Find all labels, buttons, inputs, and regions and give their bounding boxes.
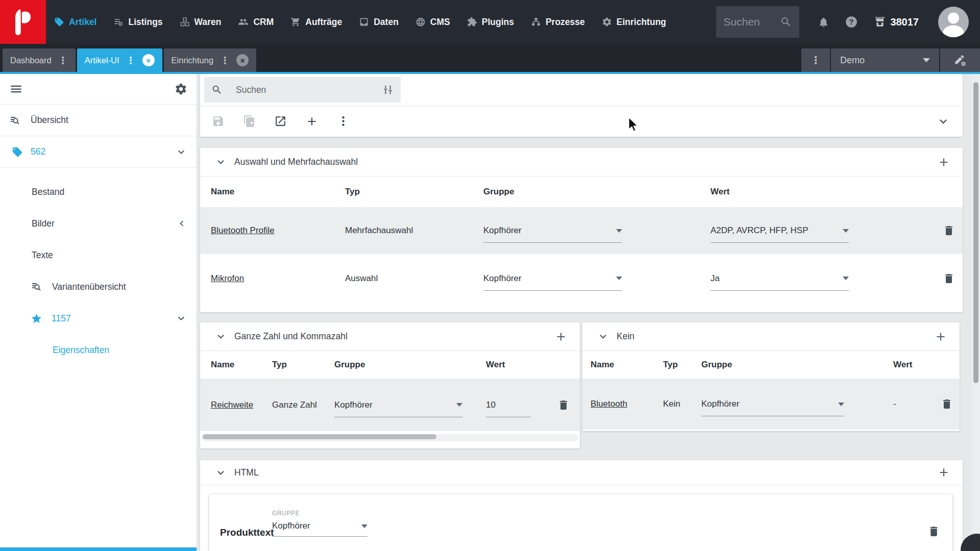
nav-einrichtung[interactable]: Einrichtung	[602, 17, 666, 28]
sidebar-settings-icon[interactable]	[175, 83, 187, 95]
corner-fab[interactable]	[961, 534, 980, 551]
view-select[interactable]: Demo	[831, 48, 939, 72]
notifications-button[interactable]	[818, 16, 829, 28]
table-header: Name Typ Gruppe Wert	[582, 351, 960, 379]
add-property-icon[interactable]	[934, 330, 947, 343]
gruppe-select[interactable]: Kopfhörer	[483, 226, 622, 243]
gruppe-select[interactable]: Kopfhörer	[334, 400, 462, 417]
section-html: HTML Produkttext GRUPPE Kopfhörer	[200, 460, 963, 551]
bell-icon	[818, 16, 829, 28]
tab-dashboard[interactable]: Dashboard ⋮	[3, 48, 76, 72]
gruppe-select-value: Kopfhörer	[334, 400, 373, 410]
sidebar-item-bestand[interactable]: Bestand	[0, 176, 197, 208]
sidebar-item-bilder[interactable]: Bilder	[0, 208, 197, 239]
chevron-down-icon[interactable]	[214, 156, 227, 168]
avatar[interactable]	[938, 7, 969, 37]
wert-input[interactable]: 10	[486, 400, 531, 417]
wert-select[interactable]: A2DP, AVRCP, HFP, HSP	[710, 226, 849, 243]
column-header: Name	[591, 360, 663, 370]
hamburger-menu-icon[interactable]	[9, 82, 23, 96]
chevron-down-icon	[175, 146, 187, 158]
vertical-scrollbar-thumb[interactable]	[973, 82, 978, 383]
delete-button[interactable]	[943, 272, 955, 285]
open-in-new-button[interactable]	[274, 115, 287, 128]
plentymarkets-logo[interactable]	[0, 0, 46, 44]
section-header[interactable]: Kein	[582, 322, 960, 350]
sidebar-item-1157[interactable]: 1157	[0, 303, 197, 334]
tab-close-icon[interactable]: ×	[236, 54, 249, 66]
nav-label: Einrichtung	[617, 17, 666, 28]
tab-artikel-ui[interactable]: Artikel-UI ⋮ ×	[77, 48, 162, 72]
gruppe-field-label: GRUPPE	[272, 510, 368, 517]
property-name-link[interactable]: Mikrofon	[211, 273, 345, 284]
save-copy-button[interactable]	[243, 115, 256, 128]
chevron-down-icon[interactable]	[597, 330, 609, 343]
add-property-icon[interactable]	[937, 156, 950, 169]
delete-button[interactable]	[943, 224, 955, 237]
tag-icon	[12, 146, 23, 158]
section-header[interactable]: Ganze Zahl und Kommazahl	[200, 322, 580, 350]
section-title: Ganze Zahl und Kommazahl	[234, 331, 348, 342]
tabbar-menu-button[interactable]: ⋮	[801, 48, 830, 72]
collapse-toolbar-button[interactable]	[936, 114, 950, 129]
sidebar-item-texte[interactable]: Texte	[0, 239, 197, 271]
wert-select[interactable]: Ja	[710, 273, 849, 291]
save-button[interactable]	[212, 115, 225, 128]
sidebar-item-label: Bestand	[32, 187, 64, 197]
sidebar-item-eigenschaften[interactable]: Eigenschaften	[0, 334, 197, 366]
global-search[interactable]: Suchen	[716, 6, 799, 38]
gear-icon	[602, 17, 612, 27]
nav-cms[interactable]: CMS	[415, 17, 450, 28]
nav-waren[interactable]: Waren	[180, 17, 222, 28]
column-header: Name	[211, 187, 345, 197]
tab-close-icon[interactable]: ×	[142, 54, 155, 66]
edit-view-button[interactable]	[940, 48, 980, 72]
chevron-down-icon[interactable]	[214, 466, 227, 479]
section-selection: Auswahl und Mehrfachauswahl Name Typ Gru…	[200, 148, 963, 312]
nav-plugins[interactable]: Plugins	[467, 17, 514, 28]
help-button[interactable]: ?	[845, 15, 858, 29]
tab-menu-icon[interactable]: ⋮	[220, 55, 230, 66]
nav-prozesse[interactable]: Prozesse	[531, 17, 585, 28]
search-placeholder: Suchen	[236, 85, 382, 95]
horizontal-scrollbar-thumb[interactable]	[203, 434, 436, 439]
sidebar-item-variantenuebersicht[interactable]: Variantenübersicht	[0, 271, 197, 303]
column-header: Typ	[345, 187, 483, 197]
tab-einrichtung[interactable]: Einrichtung ⋮ ×	[164, 48, 257, 72]
add-button[interactable]	[305, 115, 318, 128]
tab-menu-icon[interactable]: ⋮	[58, 55, 68, 66]
gruppe-select-value: Kopfhörer	[701, 399, 740, 409]
nav-label: Plugins	[482, 17, 514, 28]
tag-icon	[54, 17, 64, 27]
nav-artikel[interactable]: Artikel	[54, 17, 96, 28]
shop-id-badge[interactable]: SHOP 38017	[873, 15, 919, 29]
section-header[interactable]: HTML	[200, 460, 963, 485]
chevron-down-icon[interactable]	[214, 330, 227, 343]
delete-button[interactable]	[557, 399, 570, 411]
more-options-button[interactable]	[337, 115, 350, 128]
column-header: Gruppe	[701, 360, 893, 370]
property-search-input[interactable]: Suchen	[204, 77, 401, 103]
gruppe-select[interactable]: Kopfhörer	[272, 521, 368, 537]
filter-tune-icon[interactable]	[382, 84, 394, 95]
add-property-icon[interactable]	[554, 330, 568, 343]
sidebar-item-uebersicht[interactable]: Übersicht	[0, 105, 197, 136]
nav-listings[interactable]: Listings	[113, 17, 162, 28]
property-typ: Auswahl	[345, 273, 483, 284]
nav-crm[interactable]: CRM	[238, 17, 274, 28]
column-header: Wert	[486, 360, 547, 370]
sidebar-item-562[interactable]: 562	[0, 136, 197, 168]
nav-daten[interactable]: Daten	[359, 17, 399, 28]
property-name-link[interactable]: Bluetooth	[591, 399, 663, 409]
tab-label: Dashboard	[10, 56, 52, 65]
property-name-link[interactable]: Reichweite	[211, 400, 272, 410]
add-property-icon[interactable]	[937, 466, 950, 479]
property-name-link[interactable]: Bluetooth Profile	[211, 226, 345, 236]
delete-button[interactable]	[941, 398, 953, 410]
delete-button[interactable]	[927, 525, 940, 538]
section-header[interactable]: Auswahl und Mehrfachauswahl	[200, 148, 963, 176]
nav-auftraege[interactable]: Aufträge	[290, 17, 342, 28]
gruppe-select[interactable]: Kopfhörer	[483, 273, 622, 291]
gruppe-select[interactable]: Kopfhörer	[701, 399, 844, 416]
tab-menu-icon[interactable]: ⋮	[126, 55, 136, 66]
